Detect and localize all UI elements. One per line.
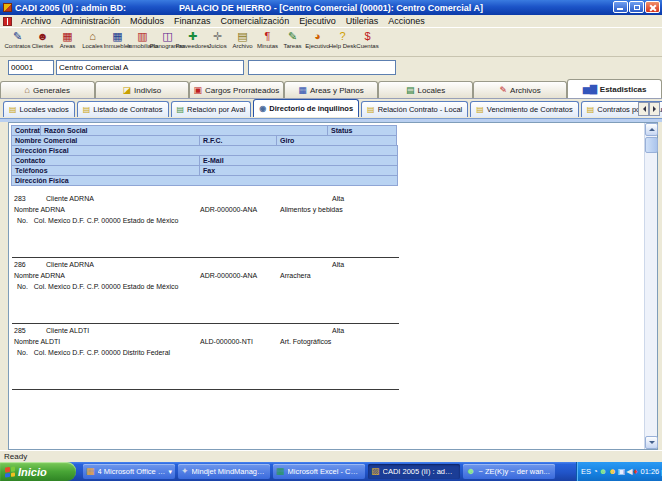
menu-item[interactable]: Archivo <box>16 16 56 26</box>
lawsuits-icon: ✛ <box>213 30 222 43</box>
toolbar-button[interactable]: ⌂ Locales <box>80 29 105 56</box>
arrow-down-icon <box>649 441 655 447</box>
messenger-contact-icon[interactable]: ☻ <box>599 468 607 476</box>
tab-scroll-right-button[interactable] <box>649 102 660 116</box>
record-rfc: ADR-000000-ANA <box>200 272 257 279</box>
building-icon: ⌂ <box>25 86 30 95</box>
taskbar-window-button[interactable]: ▨ CADI 2005 (II) : adm... <box>368 464 460 479</box>
report-tab-bar: ▤ Locales vacios ▤ Listado de Contratos … <box>0 99 662 118</box>
menu-bar: ArchivoAdministraciónMódulosFinanzasCome… <box>0 15 662 27</box>
windows-logo-icon <box>5 466 15 477</box>
tasks-icon: ✎ <box>288 30 297 43</box>
center-name-field[interactable] <box>56 60 244 75</box>
report-icon: ▤ <box>476 106 484 114</box>
record-contract-number: 286 <box>14 261 26 268</box>
scrollbar-thumb[interactable] <box>645 137 658 153</box>
report-tab[interactable]: ▤ Vencimiento de Contratos <box>470 101 578 117</box>
windows-taskbar: Inicio ▦ 4 Microsoft Office O... ✦ Mindj… <box>0 462 662 481</box>
menu-item[interactable]: Finanzas <box>169 16 216 26</box>
toolbar-button[interactable]: ¶ Minutas <box>255 29 280 56</box>
start-button[interactable]: Inicio <box>0 462 76 481</box>
minimize-button[interactable] <box>613 1 628 13</box>
system-tray: ES ◔☻☻▣◀♦ 01:26 p.m. <box>576 462 662 481</box>
main-tab[interactable]: ▣ Cargos Prorrateados <box>189 81 284 98</box>
tab-scroll-left-button[interactable] <box>638 102 649 116</box>
report-icon: ▤ <box>9 106 17 114</box>
taskbar-window-button[interactable]: ▦ 4 Microsoft Office O... <box>83 464 175 479</box>
cadi-icon: ▨ <box>371 467 380 476</box>
record-commercial-name: Nombre ADRNA <box>14 272 65 279</box>
record-giro: Arrachera <box>280 272 311 279</box>
smiley-icon[interactable]: ☻ <box>608 468 616 476</box>
record-client: Cliente ALDTI <box>46 327 89 334</box>
main-tab[interactable]: ▅▇ Estadisticas <box>567 79 662 98</box>
file-cabinet-icon: ▤ <box>237 30 247 43</box>
excel-icon: ▦ <box>276 467 285 476</box>
tenant-record[interactable]: 285 Cliente ALDTI Alta Nombre ALDTI ALD-… <box>12 324 399 390</box>
report-tab[interactable]: ▤ Locales vacios <box>3 101 75 117</box>
report-tab[interactable]: ▤ Relación Contrato - Local <box>361 101 468 117</box>
vertical-scrollbar[interactable] <box>644 123 657 449</box>
menu-item[interactable]: Comercialización <box>216 16 295 26</box>
report-tab[interactable]: ▤ Relación por Aval <box>171 101 252 117</box>
tenant-record[interactable]: 286 Cliente ADRNA Alta Nombre ADRNA ADR-… <box>12 258 399 324</box>
menu-item[interactable]: Utilerias <box>341 16 384 26</box>
title-bar: CADI 2005 (II) : admin BD: PALACIO DE HI… <box>0 0 662 15</box>
scroll-up-button[interactable] <box>645 123 658 136</box>
history-icon[interactable]: ◔ <box>593 468 598 476</box>
plans-icon: ▦ <box>298 86 307 95</box>
directory-icon: ◉ <box>259 105 266 113</box>
toolbar-button[interactable]: ▤ Archivo <box>230 29 255 56</box>
scroll-down-button[interactable] <box>645 436 658 449</box>
report-icon: ▤ <box>177 106 185 114</box>
toolbar-button[interactable]: ✚ Proveedores <box>180 29 205 56</box>
messenger-icon: ☻ <box>466 467 475 476</box>
office-group-icon: ▦ <box>86 467 95 476</box>
security-shield-icon[interactable]: ♦ <box>633 468 637 476</box>
menu-item[interactable]: Ejecutivo <box>294 16 341 26</box>
record-fiscal-address: No. Col. Mexico D.F. C.P. 00000 Estado d… <box>17 283 178 290</box>
clock[interactable]: 01:26 p.m. <box>641 467 662 476</box>
toolbar-button[interactable]: ▦ Areas <box>55 29 80 56</box>
report-icon: ▤ <box>587 106 595 114</box>
toolbar-button[interactable]: ☻ Clientes <box>30 29 55 56</box>
record-giro: Art. Fotográficos <box>280 338 331 345</box>
record-contract-number: 285 <box>14 327 26 334</box>
locales-icon: ⌂ <box>89 30 96 43</box>
toolbar-button[interactable]: $ Cuentas <box>355 29 380 56</box>
language-indicator[interactable]: ES <box>581 467 591 476</box>
mindmanager-icon: ✦ <box>181 467 189 476</box>
extra-field[interactable] <box>248 60 396 75</box>
record-giro: Alimentos y bebidas <box>280 206 343 213</box>
main-tab[interactable]: ✎ Archivos <box>473 81 568 98</box>
toolbar-button[interactable]: ? Help Desk <box>330 29 355 56</box>
main-tab[interactable]: ▤ Locales <box>378 81 473 98</box>
menu-item[interactable]: Módulos <box>125 16 169 26</box>
taskbar-window-button[interactable]: ✦ Mindjet MindManager... <box>178 464 270 479</box>
chevron-left-icon <box>640 106 646 112</box>
taskbar-window-button[interactable]: ▦ Microsoft Excel - Copi... <box>273 464 365 479</box>
helpdesk-icon: ? <box>339 30 345 43</box>
main-tab[interactable]: ⌂ Generales <box>0 81 95 98</box>
menu-grid-icon <box>3 17 12 26</box>
toolbar-button[interactable]: ✛ Juicios <box>205 29 230 56</box>
restore-button[interactable] <box>629 1 644 13</box>
tenant-records: 283 Cliente ADRNA Alta Nombre ADRNA ADR-… <box>12 192 399 390</box>
display-icon[interactable]: ▣ <box>618 468 626 476</box>
main-tab[interactable]: ▦ Areas y Planos <box>284 81 379 98</box>
report-tab[interactable]: ▤ Listado de Contratos <box>77 101 169 117</box>
toolbar-button[interactable]: ✎ Tareas <box>280 29 305 56</box>
menu-item[interactable]: Acciones <box>383 16 430 26</box>
toolbar-button[interactable]: ◕ Ejecutivo <box>305 29 330 56</box>
record-rfc: ADR-000000-ANA <box>200 206 257 213</box>
areas-icon: ▦ <box>62 30 72 43</box>
close-button[interactable] <box>645 1 660 13</box>
volume-icon[interactable]: ◀ <box>626 468 632 476</box>
toolbar-button[interactable]: ✎ Contratos <box>5 29 30 56</box>
report-tab[interactable]: ◉ Directorio de inquilinos <box>253 99 359 117</box>
tenant-record[interactable]: 283 Cliente ADRNA Alta Nombre ADRNA ADR-… <box>12 192 399 258</box>
main-tab[interactable]: ◪ Indiviso <box>95 81 190 98</box>
taskbar-window-button[interactable]: ☻ ~ ZE(K)y ~ der wan... <box>463 464 555 479</box>
menu-item[interactable]: Administración <box>56 16 125 26</box>
center-code-field[interactable] <box>8 60 54 75</box>
